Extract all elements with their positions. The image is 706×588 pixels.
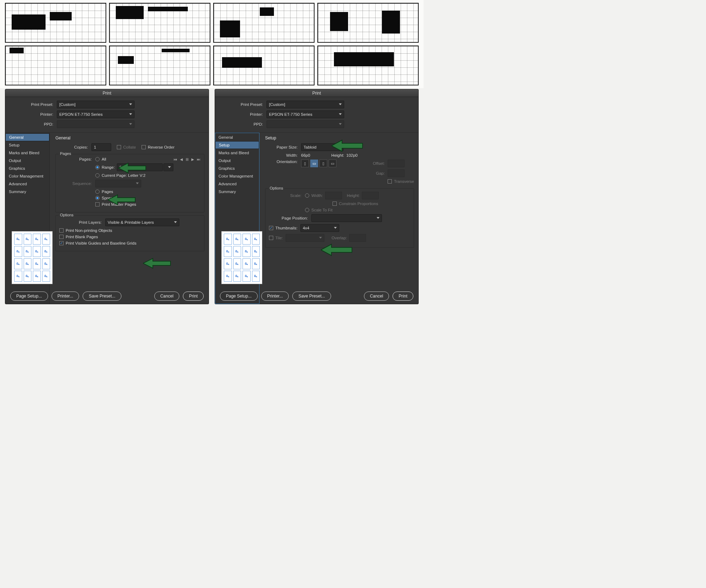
ppd-select (57, 120, 134, 128)
chevron-down-icon (334, 227, 337, 229)
print-layers-select[interactable]: Visible & Printable Layers (105, 218, 179, 226)
page-position-label: Page Position: (269, 216, 311, 220)
printer-button[interactable]: Printer... (52, 292, 79, 301)
page-nav-icons[interactable]: ⏮◀⊞▶⏭ (174, 157, 201, 161)
spreads-mode-radio[interactable]: Spreads (95, 196, 117, 200)
sidebar-item-setup[interactable]: Setup (5, 141, 49, 149)
sidebar-item-marks[interactable]: Marks and Bleed (215, 149, 259, 157)
print-button[interactable]: Print (393, 292, 413, 301)
ppd-select (267, 120, 344, 128)
sequence-label: Sequence: (59, 181, 95, 186)
visible-guides-checkbox[interactable]: Print Visible Guides and Baseline Grids (59, 241, 137, 245)
sidebar-item-summary[interactable]: Summary (215, 188, 259, 196)
cancel-button[interactable]: Cancel (154, 292, 179, 301)
width-label: Width: (265, 153, 301, 157)
offset-input (388, 160, 405, 167)
print-button[interactable]: Print (183, 292, 204, 301)
sidebar-item-colormgmt[interactable]: Color Management (215, 172, 259, 180)
save-preset-button[interactable]: Save Preset... (83, 292, 121, 301)
pane-heading: Setup (265, 136, 414, 140)
sidebar-item-general[interactable]: General (215, 133, 259, 141)
overlap-label: Overlap: (331, 236, 347, 240)
orientation-landscape-icon[interactable]: ▭ (310, 160, 318, 167)
scale-height-input (362, 192, 379, 199)
constrain-checkbox: Constrain Proportions (333, 202, 378, 206)
chevron-down-icon (168, 166, 171, 168)
page-setup-button[interactable]: Page Setup... (220, 292, 258, 301)
sidebar-item-output[interactable]: Output (215, 157, 259, 164)
preset-select[interactable]: [Custom] (57, 101, 134, 108)
offset-label: Offset: (359, 161, 388, 166)
printer-button[interactable]: Printer... (261, 292, 289, 301)
save-preset-button[interactable]: Save Preset... (292, 292, 331, 301)
preset-select[interactable]: [Custom] (267, 101, 344, 108)
width-value: 66p0 (301, 153, 310, 157)
chevron-down-icon (136, 182, 139, 184)
print-dialog-general: Print Print Preset: [Custom] Printer: EP… (5, 89, 209, 304)
copies-input[interactable]: 1 (91, 143, 111, 151)
printer-label: Printer: (12, 112, 57, 116)
sidebar-item-advanced[interactable]: Advanced (215, 180, 259, 188)
sidebar-item-summary[interactable]: Summary (5, 188, 49, 196)
reverse-order-checkbox[interactable]: Reverse Order (142, 145, 174, 149)
chevron-down-icon (339, 103, 342, 105)
thumbnails-checkbox[interactable]: Thumbnails: (269, 226, 298, 230)
pages-all-radio[interactable]: All (95, 157, 106, 161)
sidebar-item-colormgmt[interactable]: Color Management (5, 172, 49, 180)
dialog-title: Print (215, 89, 418, 97)
range-input[interactable]: 2-35 (117, 163, 163, 171)
thumbnails-select[interactable]: 4x4 (300, 224, 339, 232)
sidebar-item-setup[interactable]: Setup (215, 141, 259, 149)
chevron-down-icon (339, 113, 342, 115)
sidebar-item-graphics[interactable]: Graphics (5, 164, 49, 172)
page-position-select[interactable] (311, 214, 382, 222)
sketch-thumb (317, 3, 419, 43)
page-preview (221, 231, 262, 284)
tile-select (286, 234, 324, 242)
sketch-thumb (109, 46, 210, 85)
chevron-down-icon (129, 103, 132, 105)
sketch-thumb (213, 46, 315, 85)
print-master-checkbox[interactable]: Print Master Pages (95, 202, 136, 206)
pages-range-radio[interactable]: Range: (95, 165, 115, 169)
sidebar-item-output[interactable]: Output (5, 157, 49, 164)
page-setup-button[interactable]: Page Setup... (10, 292, 48, 301)
orientation-rev-portrait-icon[interactable]: ▯ (319, 160, 327, 167)
last-page-icon: ⏭ (197, 157, 201, 161)
sketch-thumb (317, 46, 419, 85)
pages-current-radio[interactable]: Current Page: Letter V:2 (95, 173, 145, 178)
pages-group-title: Pages (59, 151, 72, 156)
options-group-title: Options (59, 213, 75, 217)
nonprinting-checkbox[interactable]: Print Non-printing Objects (59, 228, 112, 233)
chevron-down-icon (129, 123, 132, 125)
orientation-label: Orientation: (265, 160, 301, 164)
ppd-label: PPD: (222, 122, 267, 126)
ppd-label: PPD: (12, 122, 57, 126)
sidebar-item-marks[interactable]: Marks and Bleed (5, 149, 49, 157)
tile-checkbox[interactable]: Tile: (269, 236, 283, 240)
orientation-portrait-icon[interactable]: ▯ (301, 160, 309, 167)
preset-label: Print Preset: (12, 102, 57, 107)
scale-to-fit-radio: Scale To Fit (305, 208, 333, 212)
chevron-down-icon (174, 221, 177, 223)
dialog-title: Print (5, 89, 209, 97)
paper-size-select[interactable]: Tabloid (301, 143, 343, 151)
sidebar-item-advanced[interactable]: Advanced (5, 180, 49, 188)
print-dialog-setup: Print Print Preset: [Custom] Printer: EP… (215, 89, 419, 304)
range-dropdown[interactable] (163, 163, 173, 171)
sidebar-item-graphics[interactable]: Graphics (215, 164, 259, 172)
cancel-button[interactable]: Cancel (364, 292, 389, 301)
height-value: 102p0 (346, 153, 358, 157)
pages-mode-radio[interactable]: Pages (95, 190, 113, 194)
orientation-rev-landscape-icon[interactable]: ▭ (329, 160, 336, 167)
print-layers-label: Print Layers: (59, 220, 105, 224)
overlap-input (349, 234, 366, 242)
printer-select[interactable]: EPSON ET-7750 Series (57, 110, 134, 118)
sketch-thumb (109, 3, 210, 43)
printer-select[interactable]: EPSON ET-7750 Series (267, 110, 344, 118)
sketch-thumb (5, 46, 106, 85)
scale-width-radio: Width: (305, 193, 323, 198)
sidebar-item-general[interactable]: General (5, 133, 49, 141)
blank-pages-checkbox[interactable]: Print Blank Pages (59, 235, 98, 239)
copies-label: Copies: (55, 145, 91, 149)
